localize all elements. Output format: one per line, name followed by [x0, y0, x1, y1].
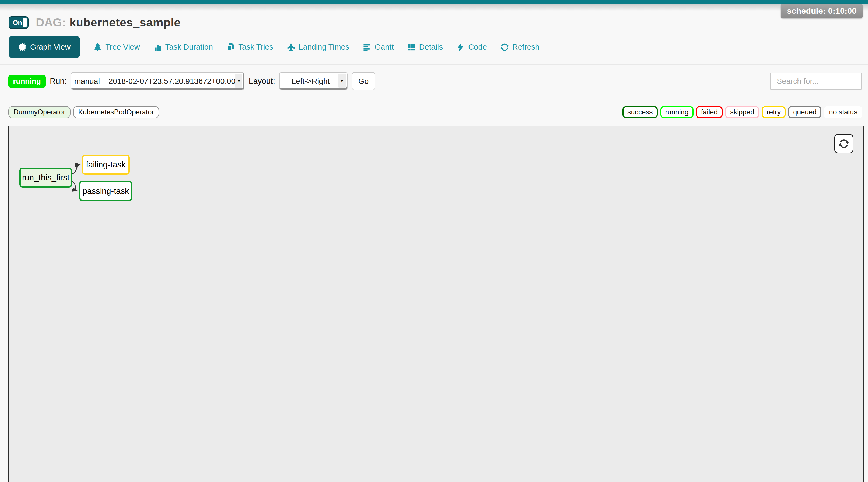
- operator-badge-dummy-operator: DummyOperator: [8, 106, 70, 118]
- task-node-run-this-first[interactable]: run_this_first: [20, 168, 72, 187]
- tab-label: Task Duration: [165, 42, 213, 51]
- refresh-icon: [839, 139, 849, 149]
- dag-run-state-badge: running: [8, 75, 45, 88]
- status-badge-no-status: no status: [824, 106, 862, 118]
- align-left-icon: [363, 43, 371, 51]
- dag-header: On DAG: kubernetes_sample: [9, 13, 868, 32]
- tab-task-tries[interactable]: Task Tries: [226, 42, 273, 51]
- status-badge-retry[interactable]: retry: [762, 106, 785, 118]
- task-node-failing-task[interactable]: failing-task: [82, 155, 130, 175]
- plane-icon: [287, 43, 295, 51]
- tree-icon: [93, 43, 102, 51]
- refresh-icon: [500, 43, 509, 51]
- run-select[interactable]: manual__2018-02-07T23:57:20.913672+00:00…: [71, 72, 245, 90]
- layout-label: Layout:: [249, 77, 275, 86]
- go-button[interactable]: Go: [352, 72, 375, 90]
- bolt-icon: [456, 43, 465, 51]
- toggle-on-label: On: [13, 19, 22, 27]
- tab-label: Task Tries: [238, 42, 273, 51]
- tab-task-duration[interactable]: Task Duration: [153, 42, 213, 51]
- chevron-down-icon: ▾: [338, 74, 346, 88]
- top-shadow: [0, 4, 868, 11]
- tab-code[interactable]: Code: [456, 42, 487, 51]
- divider: [0, 97, 868, 98]
- tab-refresh[interactable]: Refresh: [500, 42, 539, 51]
- legend-row: DummyOperator KubernetesPodOperator succ…: [8, 106, 862, 118]
- top-brand-bar: [0, 0, 868, 4]
- tab-label: Tree View: [105, 42, 140, 51]
- copy-files-icon: [226, 43, 235, 51]
- page-title: DAG: kubernetes_sample: [36, 16, 181, 29]
- operator-badge-kubernetes-pod-operator: KubernetesPodOperator: [73, 106, 159, 118]
- search-input[interactable]: [770, 73, 862, 90]
- status-badge-skipped[interactable]: skipped: [725, 106, 759, 118]
- layout-select[interactable]: Left->Right ▾: [279, 72, 348, 90]
- tab-label: Landing Times: [299, 42, 349, 51]
- schedule-badge: schedule: 0:10:00: [781, 4, 863, 19]
- chevron-down-icon: ▾: [235, 74, 242, 88]
- run-label: Run:: [50, 77, 67, 86]
- tab-label: Code: [468, 42, 487, 51]
- divider: [0, 64, 868, 65]
- status-badge-running[interactable]: running: [660, 106, 693, 118]
- tab-gantt[interactable]: Gantt: [363, 42, 394, 51]
- toggle-knob[interactable]: [23, 18, 27, 28]
- task-node-passing-task[interactable]: passing-task: [79, 181, 132, 201]
- status-badge-failed[interactable]: failed: [696, 106, 723, 118]
- dag-on-off-toggle[interactable]: On: [9, 16, 29, 29]
- bar-chart-icon: [153, 43, 162, 51]
- run-select-value: manual__2018-02-07T23:57:20.913672+00:00: [68, 77, 248, 86]
- layout-select-value: Left->Right: [285, 77, 342, 86]
- tab-label: Gantt: [375, 42, 394, 51]
- run-controls: running Run: manual__2018-02-07T23:57:20…: [8, 72, 862, 90]
- edge-run-this-first-to-passing-task: [72, 182, 77, 191]
- status-legend: success running failed skipped retry que…: [622, 106, 862, 118]
- dag-graph-canvas[interactable]: run_this_first failing-task passing-task: [8, 126, 864, 482]
- th-list-icon: [407, 43, 416, 51]
- certificate-icon: [18, 43, 27, 51]
- tab-graph-view[interactable]: Graph View: [9, 36, 80, 58]
- graph-refresh-button[interactable]: [834, 134, 854, 153]
- view-tabs: Graph View Tree View Task Duration Task …: [9, 36, 868, 58]
- dag-prefix-label: DAG:: [36, 16, 66, 29]
- status-badge-success[interactable]: success: [622, 106, 658, 118]
- edge-run-this-first-to-failing-task: [72, 164, 80, 174]
- tab-label: Details: [419, 42, 443, 51]
- tab-label: Refresh: [512, 42, 539, 51]
- status-badge-queued[interactable]: queued: [788, 106, 822, 118]
- tab-tree-view[interactable]: Tree View: [93, 42, 140, 51]
- dag-name: kubernetes_sample: [69, 16, 181, 29]
- tab-details[interactable]: Details: [407, 42, 443, 51]
- tab-landing-times[interactable]: Landing Times: [287, 42, 349, 51]
- tab-label: Graph View: [30, 42, 70, 51]
